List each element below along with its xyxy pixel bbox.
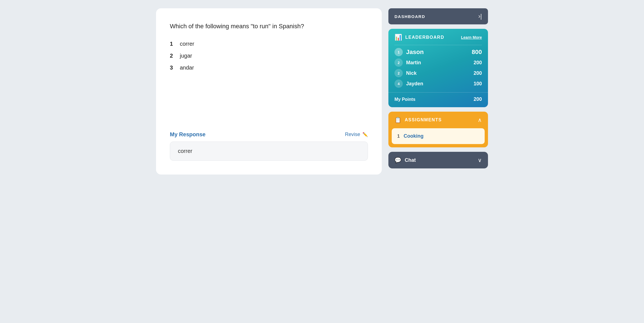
answer-text: andar <box>180 65 194 71</box>
lb-player-name: Jason <box>406 48 468 56</box>
leaderboard-icon: 📊 <box>394 34 402 41</box>
my-points-label: My Points <box>394 97 416 102</box>
rank-badge: 2 <box>394 58 403 67</box>
lb-player-name: Martin <box>406 60 470 66</box>
assignment-name: Cooking <box>404 133 424 139</box>
sidebar: DASHBOARD ›| 📊 LEADERBOARD Learn More 1 … <box>388 8 488 175</box>
collapse-icon: ›| <box>478 13 482 20</box>
leaderboard-row: 2 Martin 200 <box>394 58 482 67</box>
answer-text: jugar <box>180 53 192 59</box>
leaderboard-row: 2 Nick 200 <box>394 69 482 77</box>
answer-item[interactable]: 2jugar <box>170 53 368 59</box>
leaderboard-row: 4 Jayden 100 <box>394 80 482 88</box>
chevron-up-icon: ∧ <box>478 117 482 123</box>
revise-label: Revise <box>345 132 360 137</box>
answer-text: correr <box>180 41 194 47</box>
chat-title-group: 💬 Chat <box>394 157 416 163</box>
assignments-title-group: 📋 ASSIGNMENTS <box>394 117 442 123</box>
leaderboard-title: LEADERBOARD <box>405 35 444 40</box>
answer-item[interactable]: 3andar <box>170 65 368 71</box>
question-text: Which of the following means "to run" in… <box>170 22 368 31</box>
assignments-header: 📋 ASSIGNMENTS ∧ <box>388 112 488 128</box>
leaderboard-row: 1 Jason 800 <box>394 48 482 56</box>
chat-icon: 💬 <box>394 157 401 163</box>
app-layout: Which of the following means "to run" in… <box>156 8 488 175</box>
lb-player-name: Jayden <box>406 81 470 87</box>
my-response-section: My Response Revise ✏️ correr <box>170 131 368 161</box>
rank-badge: 4 <box>394 80 403 88</box>
rank-badge: 1 <box>394 48 403 56</box>
lb-player-score: 100 <box>474 81 482 87</box>
dashboard-title: DASHBOARD <box>394 14 425 19</box>
my-response-label: My Response <box>170 131 206 138</box>
answer-list: 1correr2jugar3andar <box>170 41 368 71</box>
assignments-icon: 📋 <box>394 117 401 123</box>
my-points-value: 200 <box>474 96 482 102</box>
quiz-card: Which of the following means "to run" in… <box>156 8 382 175</box>
answer-number: 3 <box>170 65 175 71</box>
leaderboard-list: 1 Jason 800 2 Martin 200 2 Nick 200 4 Ja… <box>388 45 488 91</box>
leaderboard-header: 📊 LEADERBOARD Learn More <box>388 29 488 45</box>
answer-number: 2 <box>170 53 175 59</box>
response-box: correr <box>170 142 368 161</box>
leaderboard-title-group: 📊 LEADERBOARD <box>394 34 444 41</box>
leaderboard-card: 📊 LEADERBOARD Learn More 1 Jason 800 2 M… <box>388 29 488 107</box>
lb-player-score: 800 <box>472 48 482 56</box>
dashboard-collapse-button[interactable]: ›| <box>478 13 482 20</box>
chat-title: Chat <box>405 157 416 163</box>
chevron-down-icon: ∨ <box>478 157 482 163</box>
assignment-number: 1 <box>397 134 400 139</box>
assignments-card: 📋 ASSIGNMENTS ∧ 1 Cooking <box>388 112 488 147</box>
chat-card[interactable]: 💬 Chat ∨ <box>388 152 488 168</box>
dashboard-header: DASHBOARD ›| <box>388 8 488 24</box>
lb-player-name: Nick <box>406 70 470 76</box>
answer-item[interactable]: 1correr <box>170 41 368 47</box>
assignments-title: ASSIGNMENTS <box>405 117 442 122</box>
pencil-icon: ✏️ <box>362 132 368 137</box>
answer-number: 1 <box>170 41 175 47</box>
revise-button[interactable]: Revise ✏️ <box>345 132 368 137</box>
learn-more-button[interactable]: Learn More <box>461 35 482 40</box>
leaderboard-footer: My Points 200 <box>388 92 488 107</box>
my-response-header: My Response Revise ✏️ <box>170 131 368 138</box>
assignment-item[interactable]: 1 Cooking <box>392 128 485 144</box>
lb-player-score: 200 <box>474 70 482 76</box>
lb-player-score: 200 <box>474 60 482 66</box>
rank-badge: 2 <box>394 69 403 77</box>
